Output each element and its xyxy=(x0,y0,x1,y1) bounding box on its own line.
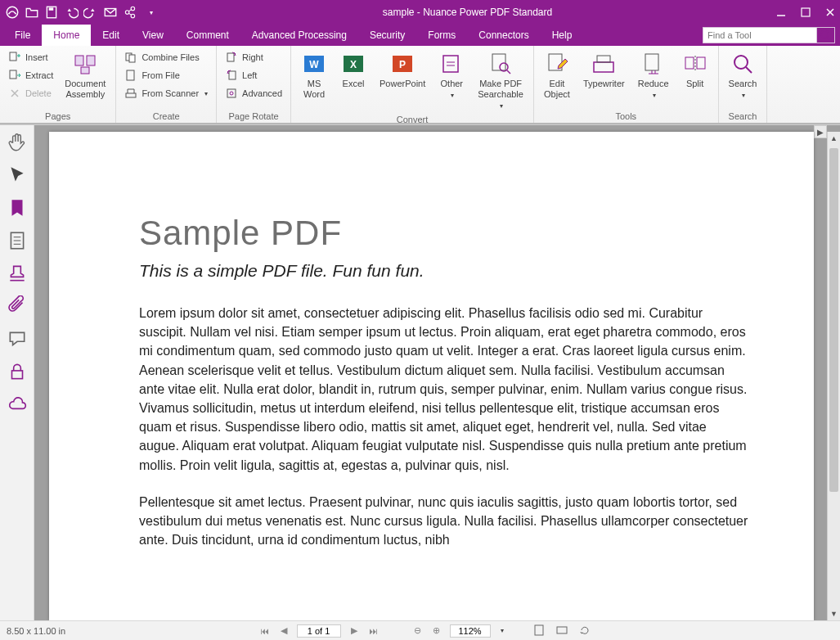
split-button[interactable]: Split xyxy=(677,49,713,91)
rotate-advanced-button[interactable]: Advanced xyxy=(222,85,285,101)
edit-object-icon xyxy=(544,51,570,77)
zoom-input[interactable] xyxy=(450,624,491,638)
search-button[interactable]: Search▾ xyxy=(724,49,762,101)
maximize-button[interactable] xyxy=(801,7,811,17)
pages-panel[interactable] xyxy=(7,230,28,251)
scroll-up-icon[interactable]: ▲ xyxy=(828,132,840,145)
statusbar: 8.50 x 11.00 in ⏮ ◀ ▶ ⏭ ⊖ ⊕ ▾ xyxy=(0,620,840,640)
from-scanner-button[interactable]: From Scanner▾ xyxy=(121,85,211,101)
share-icon[interactable] xyxy=(123,5,137,20)
insert-button[interactable]: Insert xyxy=(5,49,56,65)
reduce-button[interactable]: Reduce▾ xyxy=(633,49,674,101)
edit-object-button[interactable]: EditObject xyxy=(539,49,575,101)
document-page[interactable]: Sample PDF This is a simple PDF file. Fu… xyxy=(49,132,814,620)
tab-home[interactable]: Home xyxy=(42,25,91,46)
svg-line-10 xyxy=(828,37,832,41)
last-page-button[interactable]: ⏭ xyxy=(367,626,380,636)
comments-panel[interactable] xyxy=(7,328,28,349)
undo-icon[interactable] xyxy=(64,5,79,20)
fit-width-button[interactable] xyxy=(555,624,569,638)
security-panel[interactable] xyxy=(7,361,28,382)
hand-tool[interactable] xyxy=(7,132,28,153)
make-searchable-button[interactable]: Make PDFSearchable▾ xyxy=(473,49,528,113)
group-search: Search▾ Search xyxy=(719,46,768,123)
svg-rect-14 xyxy=(87,56,95,65)
word-icon: W xyxy=(301,51,327,77)
rotate-left-button[interactable]: Left xyxy=(222,67,285,83)
vertical-scrollbar[interactable]: ▲ ▼ xyxy=(827,132,840,620)
titlebar: ▾ sample - Nuance Power PDF Standard xyxy=(0,0,840,25)
fit-page-button[interactable] xyxy=(532,624,546,638)
zoom-in-button[interactable]: ⊕ xyxy=(431,625,442,636)
open-icon[interactable] xyxy=(25,5,39,20)
tab-advanced[interactable]: Advanced Processing xyxy=(240,25,358,46)
svg-text:X: X xyxy=(350,59,357,70)
scroll-thumb[interactable] xyxy=(829,148,838,492)
rotate-right-icon xyxy=(225,51,238,64)
app-icon[interactable] xyxy=(5,5,20,20)
first-page-button[interactable]: ⏮ xyxy=(258,626,271,636)
svg-rect-13 xyxy=(75,56,83,65)
find-input[interactable] xyxy=(703,27,817,43)
tab-security[interactable]: Security xyxy=(358,25,416,46)
svg-rect-31 xyxy=(492,54,505,70)
next-page-button[interactable]: ▶ xyxy=(349,625,359,636)
svg-rect-12 xyxy=(10,70,16,79)
excel-icon: X xyxy=(340,51,366,77)
combine-files-button[interactable]: Combine Files xyxy=(121,49,211,65)
svg-rect-48 xyxy=(11,371,22,379)
window-controls xyxy=(776,7,835,17)
group-rotate: Right Left Advanced Page Rotate xyxy=(217,46,291,123)
redo-icon[interactable] xyxy=(83,5,98,20)
doc-subtitle: This is a simple PDF file. Fun fun fun. xyxy=(139,261,748,281)
window-title: sample - Nuance Power PDF Standard xyxy=(159,7,776,18)
mail-icon[interactable] xyxy=(103,5,118,20)
find-tool xyxy=(703,25,840,46)
tab-connectors[interactable]: Connectors xyxy=(467,25,540,46)
scroll-down-icon[interactable]: ▼ xyxy=(828,607,840,620)
from-file-button[interactable]: From File xyxy=(121,67,211,83)
assembly-icon xyxy=(72,51,98,77)
bookmarks-panel[interactable] xyxy=(7,197,28,219)
convert-word-button[interactable]: WMSWord xyxy=(296,49,332,101)
tab-help[interactable]: Help xyxy=(541,25,584,46)
prev-page-button[interactable]: ◀ xyxy=(279,625,289,636)
svg-point-41 xyxy=(734,56,748,69)
svg-rect-30 xyxy=(443,56,458,72)
stamps-panel[interactable] xyxy=(7,263,28,284)
close-button[interactable] xyxy=(825,7,835,17)
rotate-view-button[interactable] xyxy=(577,624,592,638)
typewriter-button[interactable]: Typewriter xyxy=(578,49,630,91)
page-input[interactable] xyxy=(297,624,341,638)
ribbon: Insert Extract Delete DocumentAssembly P… xyxy=(0,46,840,124)
svg-text:P: P xyxy=(399,59,406,70)
zoom-dropdown-icon[interactable]: ▾ xyxy=(501,627,504,634)
find-search-icon[interactable] xyxy=(817,27,835,43)
status-center: ⏮ ◀ ▶ ⏭ ⊖ ⊕ ▾ xyxy=(65,624,784,638)
cloud-panel[interactable] xyxy=(7,394,28,415)
zoom-out-button[interactable]: ⊖ xyxy=(412,625,423,636)
tab-forms[interactable]: Forms xyxy=(416,25,467,46)
minimize-button[interactable] xyxy=(776,7,786,17)
document-assembly-button[interactable]: DocumentAssembly xyxy=(60,49,110,101)
tab-edit[interactable]: Edit xyxy=(91,25,131,46)
extract-button[interactable]: Extract xyxy=(5,67,56,83)
document-area: ▶ Sample PDF This is a simple PDF file. … xyxy=(34,125,840,620)
group-create: Combine Files From File From Scanner▾ Cr… xyxy=(116,46,217,123)
save-icon[interactable] xyxy=(44,5,59,20)
svg-rect-11 xyxy=(10,52,16,61)
tab-file[interactable]: File xyxy=(3,25,42,46)
svg-rect-15 xyxy=(81,67,89,74)
quick-access-toolbar: ▾ xyxy=(5,5,159,20)
convert-excel-button[interactable]: XExcel xyxy=(335,49,371,91)
group-tools-label: Tools xyxy=(539,110,713,121)
tab-view[interactable]: View xyxy=(131,25,175,46)
attachments-panel[interactable] xyxy=(7,295,28,317)
tab-scroll-right[interactable]: ▶ xyxy=(814,125,827,138)
tab-comment[interactable]: Comment xyxy=(175,25,240,46)
rotate-right-button[interactable]: Right xyxy=(222,49,285,65)
convert-other-button[interactable]: Other▾ xyxy=(433,49,469,101)
convert-ppt-button[interactable]: PPowerPoint xyxy=(375,49,430,91)
qat-dropdown-icon[interactable]: ▾ xyxy=(144,5,159,20)
select-tool[interactable] xyxy=(7,165,28,186)
